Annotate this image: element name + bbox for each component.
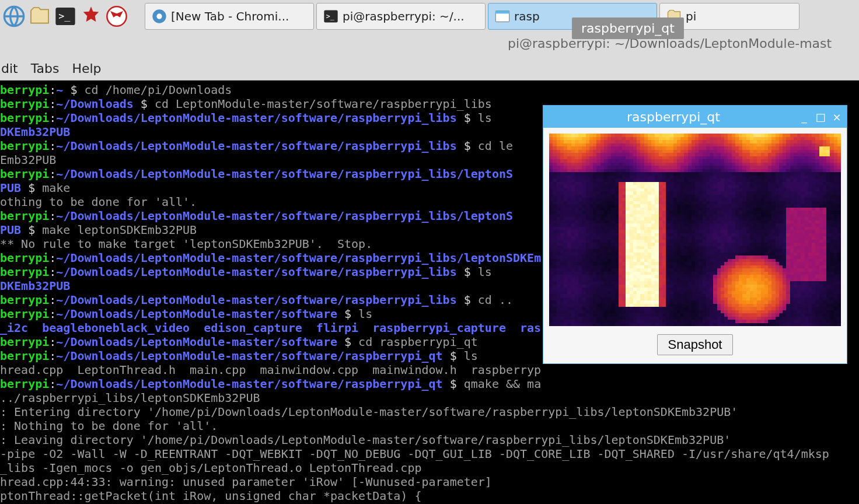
globe-icon[interactable]: [2, 5, 26, 28]
window-icon: [494, 8, 511, 24]
task-button-1[interactable]: >_pi@raspberrypi: ~/...: [316, 3, 486, 30]
file-manager-icon[interactable]: [28, 5, 51, 28]
terminal-line: ptonThread::getPacket(int iRow, unsigned…: [0, 489, 859, 503]
terminal-line: berrypi:~/Downloads/LeptonModule-master/…: [0, 377, 859, 391]
taskbar: >_ [New Tab - Chromi...>_pi@raspberrypi:…: [0, 0, 859, 33]
terminal-line: : Entering directory '/home/pi/Downloads…: [0, 405, 859, 419]
terminal-line: _libs -Igen_mocs -o gen_objs/LeptonThrea…: [0, 461, 859, 475]
task-label: [New Tab - Chromi...: [171, 9, 289, 23]
tooltip: raspberrypi_qt: [572, 18, 684, 39]
terminal-line: : Nothing to be done for 'all'.: [0, 419, 859, 433]
thermal-image: [549, 134, 841, 326]
svg-rect-9: [495, 11, 509, 14]
menu-tabs[interactable]: Tabs: [30, 59, 61, 78]
task-label: pi@raspberrypi: ~/...: [343, 9, 465, 23]
terminal-line: : Leaving directory '/home/pi/Downloads/…: [0, 433, 859, 447]
task-label: rasp: [514, 9, 540, 23]
terminal-icon[interactable]: >_: [54, 5, 77, 28]
menu-dit[interactable]: dit: [0, 59, 19, 78]
task-label: pi: [686, 9, 696, 23]
terminal-icon: >_: [323, 8, 339, 24]
terminal-line: hread.cpp LeptonThread.h main.cpp mainwi…: [0, 363, 859, 377]
star-icon[interactable]: [79, 5, 103, 28]
terminal-line: hread.cpp:44:33: warning: unused paramet…: [0, 475, 859, 489]
qt-titlebar[interactable]: raspberrypi_qt _ □ ×: [543, 106, 847, 128]
menu-help[interactable]: Help: [71, 59, 102, 78]
task-button-0[interactable]: [New Tab - Chromi...: [145, 3, 314, 30]
terminal-line: -pipe -O2 -Wall -W -D_REENTRANT -DQT_WEB…: [0, 447, 859, 461]
svg-text:>_: >_: [326, 12, 335, 20]
wolf-icon[interactable]: [105, 5, 128, 28]
snapshot-button[interactable]: Snapshot: [657, 334, 734, 355]
svg-text:>_: >_: [58, 10, 71, 22]
svg-point-5: [156, 13, 162, 19]
terminal-line: ../raspberrypi_libs/leptonSDKEmb32PUB: [0, 391, 859, 405]
minimize-icon[interactable]: _: [799, 111, 809, 123]
terminal-line: berrypi:~ $ cd /home/pi/Downloads: [0, 83, 859, 97]
close-icon[interactable]: ×: [832, 111, 842, 123]
qt-title-text: raspberrypi_qt: [548, 110, 799, 124]
menu-bar: ditTabsHelp: [0, 57, 859, 80]
qt-app-window: raspberrypi_qt _ □ × Snapshot: [543, 105, 847, 364]
chromium-icon: [151, 8, 167, 24]
svg-point-3: [107, 6, 126, 26]
maximize-icon[interactable]: □: [815, 111, 826, 123]
